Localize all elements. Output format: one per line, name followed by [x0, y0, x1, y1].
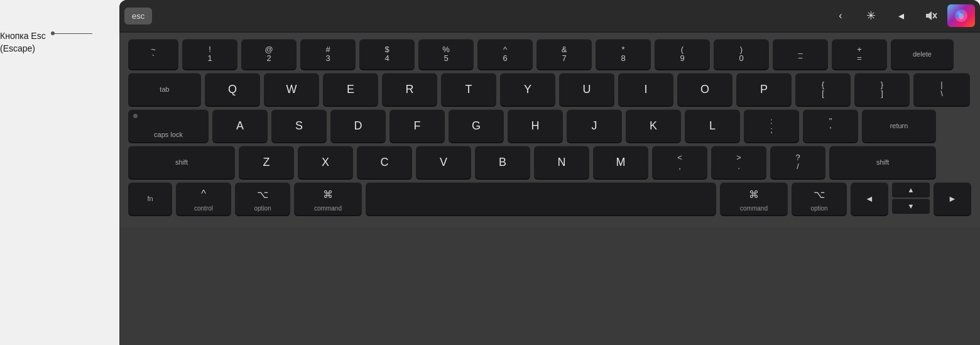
- key-v[interactable]: V: [416, 146, 471, 178]
- key-x[interactable]: X: [298, 146, 353, 178]
- key-2[interactable]: @2: [241, 39, 297, 69]
- key-8[interactable]: *8: [596, 39, 651, 69]
- key-capslock[interactable]: caps lock: [128, 109, 209, 142]
- key-bracket-close[interactable]: }]: [854, 73, 910, 106]
- key-p[interactable]: P: [736, 73, 792, 106]
- key-arrow-up[interactable]: ▲: [892, 182, 930, 197]
- annotation-line2: (Escape): [0, 43, 46, 55]
- key-u[interactable]: U: [559, 73, 614, 106]
- esc-key[interactable]: esc: [124, 8, 152, 25]
- key-tab[interactable]: tab: [128, 73, 201, 106]
- key-backtick[interactable]: ~`: [128, 39, 178, 69]
- key-m[interactable]: M: [593, 146, 648, 178]
- key-l[interactable]: L: [685, 109, 740, 142]
- key-q[interactable]: Q: [205, 73, 260, 106]
- key-n[interactable]: N: [534, 146, 589, 178]
- key-o[interactable]: O: [677, 73, 732, 106]
- touch-bar-controls: ‹ ✳ ◂: [827, 4, 975, 27]
- keyboard-body: ~` !1 @2 #3 $4 %5 ^6 &7: [119, 33, 980, 227]
- key-e[interactable]: E: [323, 73, 378, 106]
- key-1[interactable]: !1: [182, 39, 237, 69]
- key-5[interactable]: %5: [418, 39, 474, 69]
- key-slash[interactable]: ?/: [770, 146, 825, 178]
- tb-siri-button[interactable]: [947, 4, 975, 27]
- key-y[interactable]: Y: [500, 73, 555, 106]
- key-k[interactable]: K: [626, 109, 681, 142]
- annotation: Кнопка Esc (Escape): [0, 30, 92, 55]
- key-g[interactable]: G: [449, 109, 504, 142]
- annotation-line1: Кнопка Esc: [0, 30, 46, 43]
- tb-mute-button[interactable]: [917, 4, 945, 27]
- key-a[interactable]: A: [212, 109, 268, 142]
- key-w[interactable]: W: [264, 73, 319, 106]
- key-z[interactable]: Z: [239, 146, 294, 178]
- key-f[interactable]: F: [389, 109, 445, 142]
- key-j[interactable]: J: [567, 109, 622, 142]
- key-h[interactable]: H: [508, 109, 563, 142]
- key-r[interactable]: R: [382, 73, 437, 106]
- key-d[interactable]: D: [330, 109, 386, 142]
- key-space[interactable]: [366, 182, 716, 215]
- home-row: caps lock A S D F G H J K L :; "' return: [128, 109, 971, 142]
- annotation-text: Кнопка Esc (Escape): [0, 30, 46, 55]
- key-s[interactable]: S: [271, 109, 327, 142]
- key-return[interactable]: return: [862, 109, 936, 142]
- key-3[interactable]: #3: [300, 39, 356, 69]
- number-row: ~` !1 @2 #3 $4 %5 ^6 &7: [128, 39, 971, 69]
- key-control[interactable]: ^ control: [176, 182, 231, 215]
- svg-point-3: [959, 13, 964, 19]
- key-command-left[interactable]: ⌘ command: [294, 182, 362, 215]
- shift-row: shift Z X C V B N M <, >. ?/ shift: [128, 146, 971, 178]
- key-quote[interactable]: "': [803, 109, 858, 142]
- key-command-right[interactable]: ⌘ command: [720, 182, 788, 215]
- key-0[interactable]: )0: [714, 39, 769, 69]
- key-9[interactable]: (9: [655, 39, 710, 69]
- key-arrow-right[interactable]: ►: [934, 182, 971, 215]
- key-fn[interactable]: fn: [128, 182, 172, 215]
- key-shift-left[interactable]: shift: [128, 146, 235, 178]
- key-6[interactable]: ^6: [477, 39, 533, 69]
- key-b[interactable]: B: [475, 146, 530, 178]
- key-bracket-open[interactable]: {[: [795, 73, 851, 106]
- key-shift-right[interactable]: shift: [829, 146, 936, 178]
- qwerty-row: tab Q W E R T Y U I O P {[ }] |\: [128, 73, 971, 106]
- key-delete[interactable]: delete: [891, 39, 954, 69]
- key-comma[interactable]: <,: [652, 146, 707, 178]
- key-semicolon[interactable]: :;: [744, 109, 799, 142]
- tb-chevron-button[interactable]: ‹: [827, 4, 854, 27]
- key-option-left[interactable]: ⌥ option: [235, 182, 290, 215]
- key-t[interactable]: T: [441, 73, 496, 106]
- key-backslash[interactable]: |\: [913, 73, 970, 106]
- key-i[interactable]: I: [618, 73, 673, 106]
- key-c[interactable]: C: [357, 146, 412, 178]
- touch-bar: esc ‹ ✳ ◂: [119, 0, 980, 33]
- key-minus[interactable]: _−: [773, 39, 828, 69]
- key-period[interactable]: >.: [711, 146, 766, 178]
- key-arrow-down[interactable]: ▼: [892, 199, 930, 213]
- bottom-row: fn ^ control ⌥ option ⌘ command ⌘ comman…: [128, 182, 971, 215]
- keyboard: esc ‹ ✳ ◂: [119, 0, 980, 345]
- arrow-up-down-group: ▲ ▼: [892, 182, 930, 215]
- tb-brightness-button[interactable]: ✳: [857, 4, 885, 27]
- key-arrow-left[interactable]: ◄: [851, 182, 888, 215]
- key-7[interactable]: &7: [536, 39, 592, 69]
- tb-volume-down-button[interactable]: ◂: [887, 4, 915, 27]
- key-option-right[interactable]: ⌥ option: [792, 182, 847, 215]
- key-equals[interactable]: +=: [832, 39, 887, 69]
- annotation-arrow: [51, 31, 92, 35]
- annotation-line: [55, 33, 92, 34]
- key-4[interactable]: $4: [359, 39, 415, 69]
